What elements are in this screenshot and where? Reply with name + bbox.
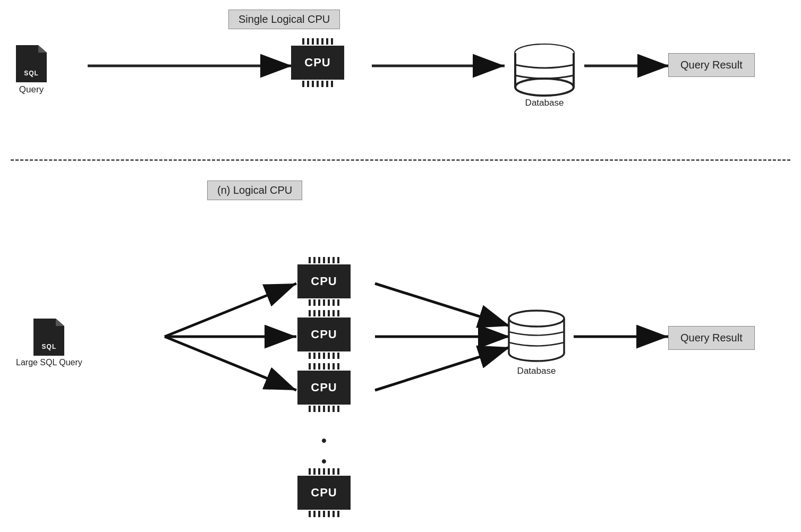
svg-point-9 — [515, 79, 574, 96]
pin — [337, 353, 339, 359]
bottom-cpu3-chip: CPU — [297, 371, 351, 405]
top-cpu-pins-top — [302, 38, 333, 45]
pin — [333, 353, 335, 359]
bottom-query-result-label: Query Result — [680, 332, 743, 344]
pin — [309, 468, 311, 475]
pin — [333, 406, 335, 412]
bottom-cpu3-wrapper: CPU — [297, 363, 351, 412]
bottom-cpu2-label: CPU — [311, 328, 337, 341]
bottom-sql-shape: SQL — [33, 319, 64, 356]
bottom-db-label: Database — [517, 366, 556, 376]
bottom-cpun-chip: CPU — [297, 476, 351, 510]
top-sql-icon: SQL Query — [16, 45, 47, 95]
top-cpu-chip: CPU — [291, 46, 344, 80]
top-cpu-wrapper: CPU — [291, 38, 344, 87]
pin — [318, 353, 320, 359]
bottom-arrow-cpu3-to-db — [375, 347, 510, 390]
pin — [313, 468, 316, 475]
pin — [317, 81, 319, 87]
bottom-cpu2-wrapper: CPU — [297, 310, 351, 359]
pin — [313, 406, 316, 412]
pin — [337, 299, 339, 306]
pin — [323, 353, 325, 359]
bottom-cpun-label: CPU — [311, 486, 337, 500]
pin — [328, 468, 330, 475]
pin — [309, 353, 311, 359]
pin — [333, 299, 335, 306]
top-query-label: Query — [19, 84, 44, 95]
pin — [323, 363, 325, 370]
svg-point-16 — [509, 311, 564, 327]
pin — [323, 468, 325, 475]
pin — [333, 363, 335, 370]
pin — [318, 363, 320, 370]
pin — [309, 310, 311, 316]
pin — [309, 299, 311, 306]
svg-marker-11 — [56, 319, 64, 326]
bottom-cpu2-pins-bottom — [309, 353, 339, 359]
pin — [313, 353, 316, 359]
bottom-cpun-wrapper: CPU — [297, 468, 351, 517]
pin — [328, 511, 330, 517]
pin — [309, 257, 311, 263]
pin — [309, 511, 311, 517]
bottom-cpu3-pins-top — [309, 363, 339, 370]
bottom-cpun-pins-bottom — [309, 511, 339, 517]
bottom-cpu1-wrapper: CPU — [297, 257, 351, 306]
pin — [318, 299, 320, 306]
bottom-db-icon — [505, 308, 568, 364]
bottom-database-wrapper: Database — [505, 308, 568, 376]
pin — [337, 310, 339, 316]
pin — [309, 363, 311, 370]
bottom-query-label: Large SQL Query — [16, 358, 82, 367]
pin — [313, 363, 316, 370]
diagram-container: Single Logical CPU SQL Query CPU — [0, 0, 801, 532]
bottom-sql-text: SQL — [33, 343, 64, 350]
pin — [307, 81, 309, 87]
top-title-label: Single Logical CPU — [238, 13, 330, 25]
pin — [313, 257, 316, 263]
pin — [337, 363, 339, 370]
pin — [337, 511, 339, 517]
bottom-cpu1-pins-bottom — [309, 299, 339, 306]
pin — [333, 310, 335, 316]
bottom-cpu1-label: CPU — [311, 274, 337, 288]
pin — [326, 38, 328, 45]
bottom-cpu1-pins-top — [309, 257, 339, 263]
pin — [333, 257, 335, 263]
top-sql-text: SQL — [16, 70, 47, 77]
top-query-result-label: Query Result — [680, 59, 743, 71]
bottom-arrow-cpu1-to-db — [375, 284, 510, 326]
bottom-sql-icon: SQL Large SQL Query — [16, 319, 82, 367]
pin — [326, 81, 328, 87]
bottom-cpu1-chip: CPU — [297, 264, 351, 298]
bottom-cpu3-pins-bottom — [309, 406, 339, 412]
pin — [333, 468, 335, 475]
bottom-arrow-to-cpu3 — [165, 337, 296, 390]
pin — [321, 81, 323, 87]
pin — [331, 81, 333, 87]
pin — [312, 81, 314, 87]
bottom-title-box: (n) Logical CPU — [207, 181, 302, 200]
pin — [318, 257, 320, 263]
pin — [323, 310, 325, 316]
pin — [337, 468, 339, 475]
bottom-cpu3-label: CPU — [311, 381, 337, 394]
bottom-cpu2-pins-top — [309, 310, 339, 316]
pin — [323, 406, 325, 412]
pin — [302, 81, 304, 87]
pin — [318, 468, 320, 475]
top-database-wrapper: Database — [510, 44, 579, 108]
pin — [323, 299, 325, 306]
pin — [313, 310, 316, 316]
pin — [318, 511, 320, 517]
pin — [328, 406, 330, 412]
pin — [337, 257, 339, 263]
top-title-box: Single Logical CPU — [228, 10, 340, 29]
pin — [318, 310, 320, 316]
top-sql-shape: SQL — [16, 45, 47, 82]
pin — [328, 353, 330, 359]
pin — [309, 406, 311, 412]
pin — [323, 511, 325, 517]
pin — [307, 38, 309, 45]
